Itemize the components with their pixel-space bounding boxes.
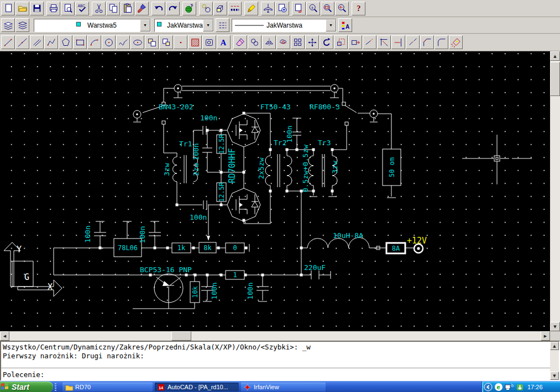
- text-button[interactable]: A: [217, 35, 231, 49]
- internet-button[interactable]: [182, 2, 196, 15]
- print-preview-button[interactable]: [61, 2, 75, 15]
- command-splitter[interactable]: [1, 368, 550, 370]
- taskbar-task-rd70[interactable]: RD70: [62, 383, 153, 391]
- stretch-button[interactable]: [348, 35, 362, 49]
- linetype-combo[interactable]: JakWarstwa ▼: [232, 19, 337, 32]
- line-button[interactable]: [1, 35, 15, 49]
- leader-arrow: [207, 236, 210, 241]
- vertical-scrollbar[interactable]: ▲ ▼: [550, 51, 560, 331]
- updates-icon[interactable]: [516, 383, 524, 391]
- rotate-button[interactable]: [320, 35, 333, 49]
- schematic-label: BN43-202: [159, 103, 193, 111]
- erase-button[interactable]: [233, 35, 247, 49]
- layer-state-icons[interactable]: [36, 21, 86, 30]
- region-button[interactable]: [202, 35, 216, 49]
- command-scrollbar[interactable]: ▲ ▼: [550, 342, 559, 380]
- polyline-button[interactable]: [44, 35, 58, 49]
- scroll-left-button[interactable]: ◀: [0, 331, 9, 341]
- padlock-icon[interactable]: [66, 21, 75, 30]
- polygon-button[interactable]: [59, 35, 72, 49]
- match-properties-button[interactable]: [135, 2, 149, 15]
- scroll-right-button[interactable]: ▶: [541, 331, 550, 341]
- new-button[interactable]: [1, 2, 15, 15]
- named-views-button[interactable]: [275, 2, 289, 15]
- zoom-realtime-button[interactable]: ±: [306, 2, 320, 15]
- chevron-down-icon[interactable]: ▼: [140, 19, 150, 31]
- hatch-button[interactable]: [188, 35, 202, 49]
- chevron-down-icon[interactable]: ▼: [203, 19, 213, 31]
- save-button[interactable]: [30, 2, 44, 15]
- offset-button[interactable]: [276, 35, 290, 49]
- color-combo[interactable]: JakWarstwa ▼: [154, 19, 214, 32]
- explode-button[interactable]: [449, 35, 463, 49]
- properties-button[interactable]: A: [338, 18, 352, 32]
- taskbar-task-autocad-pa-rd10-[interactable]: 14AutoCAD - [PA_rd10...: [155, 383, 239, 391]
- layer-color-swatch[interactable]: [76, 21, 85, 30]
- rectangle-button[interactable]: [73, 35, 87, 49]
- distance-button[interactable]: [228, 2, 242, 15]
- scale-button[interactable]: [334, 35, 348, 49]
- object-snap-button[interactable]: [199, 2, 213, 15]
- insert-block-button[interactable]: [145, 35, 159, 49]
- drawing-canvas[interactable]: YGX 12.5R12.5R78L061k8k0110k50 om8A BN43…: [0, 51, 550, 331]
- spell-check-button[interactable]: ABC: [75, 2, 89, 15]
- undo-button[interactable]: [151, 2, 165, 15]
- sun-frozen-icon[interactable]: [56, 21, 65, 30]
- messenger-icon[interactable]: e: [494, 383, 503, 391]
- mirror-button[interactable]: [262, 35, 276, 49]
- start-button[interactable]: Start: [0, 382, 53, 392]
- help-button[interactable]: ?: [352, 2, 365, 15]
- print-button[interactable]: [46, 2, 60, 15]
- make-block-button[interactable]: [159, 35, 173, 49]
- trim-button[interactable]: [377, 35, 391, 49]
- redo-button[interactable]: [166, 2, 180, 15]
- redraw-button[interactable]: [244, 2, 258, 15]
- taskbar-task-irfanview[interactable]: IrfanView: [241, 383, 326, 391]
- move-button[interactable]: [305, 35, 319, 49]
- bulb-icon[interactable]: [36, 21, 45, 30]
- paste-button[interactable]: [121, 2, 134, 15]
- scroll-down-button[interactable]: ▼: [550, 322, 560, 331]
- quick-launch-handle[interactable]: [55, 383, 56, 391]
- construction-line-button[interactable]: [15, 35, 29, 49]
- point-button[interactable]: [174, 35, 187, 49]
- scroll-down-button[interactable]: ▼: [550, 372, 559, 380]
- aerial-view-button[interactable]: [261, 2, 275, 15]
- vertical-scroll-thumb[interactable]: [550, 62, 560, 96]
- make-object-layer-button[interactable]: [1, 18, 15, 32]
- open-button[interactable]: [15, 2, 29, 15]
- network-icon[interactable]: [505, 383, 514, 391]
- rectangle-icon: [75, 37, 86, 48]
- layer-combo[interactable]: Warstwa5 ▼: [34, 19, 151, 32]
- linetype-button[interactable]: [216, 18, 229, 32]
- cut-button[interactable]: [92, 2, 106, 15]
- chamfer-button[interactable]: [420, 35, 434, 49]
- chevron-down-icon[interactable]: ▼: [326, 19, 336, 31]
- fillet-button[interactable]: [435, 35, 448, 49]
- circle-button[interactable]: [102, 35, 116, 49]
- sun-icon[interactable]: [46, 21, 55, 30]
- horizontal-scroll-thumb[interactable]: [171, 331, 191, 341]
- collapse-chevron-icon[interactable]: [484, 383, 493, 391]
- copy-button[interactable]: [106, 2, 120, 15]
- copy-object-button[interactable]: [248, 35, 261, 49]
- ucs-button[interactable]: [213, 2, 227, 15]
- break-button[interactable]: [406, 35, 420, 49]
- spline-button[interactable]: [116, 35, 130, 49]
- arc-button[interactable]: [87, 35, 101, 49]
- layers-button[interactable]: [15, 18, 29, 32]
- multiline-button[interactable]: [30, 35, 44, 49]
- horizontal-scrollbar[interactable]: ◀ ▶: [0, 331, 550, 341]
- command-prompt[interactable]: Polecenie:: [3, 370, 44, 379]
- scroll-up-button[interactable]: ▲: [550, 342, 559, 350]
- lengthen-button[interactable]: [363, 35, 376, 49]
- command-window[interactable]: Wszystko/Centrum/Dynamiczny/Zakres/Poprz…: [0, 341, 560, 381]
- pan-button[interactable]: [292, 2, 306, 15]
- array-button[interactable]: [291, 35, 305, 49]
- wire-node: [166, 247, 169, 250]
- zoom-previous-button[interactable]: [335, 2, 349, 15]
- scroll-up-button[interactable]: ▲: [550, 51, 560, 61]
- zoom-window-button[interactable]: [321, 2, 334, 15]
- ellipse-button[interactable]: [130, 35, 144, 49]
- extend-button[interactable]: [391, 35, 405, 49]
